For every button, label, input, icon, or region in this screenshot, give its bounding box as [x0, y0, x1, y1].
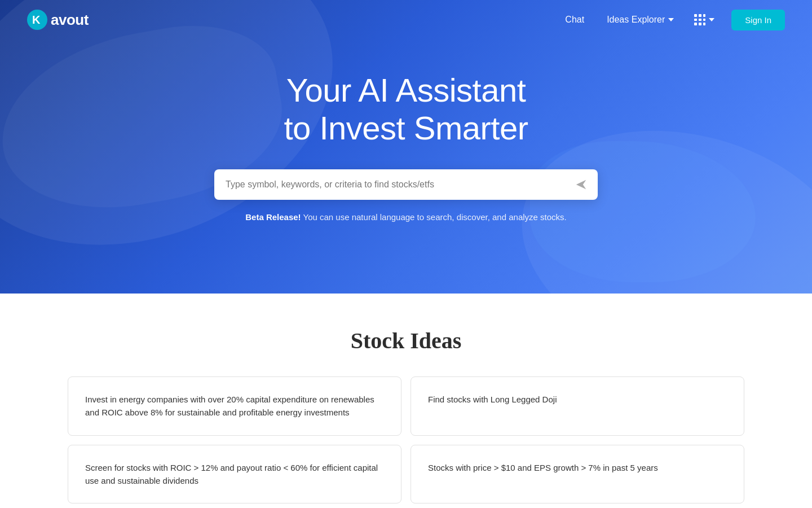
idea-card-2-text: Find stocks with Long Legged Doji [428, 393, 727, 406]
search-submit-button[interactable] [572, 175, 591, 194]
chevron-down-icon [668, 18, 674, 21]
ideas-grid: Invest in energy companies with over 20%… [68, 376, 744, 503]
stock-ideas-title: Stock Ideas [27, 327, 785, 354]
idea-card-2[interactable]: Find stocks with Long Legged Doji [411, 376, 744, 436]
nav-ideas-explorer-label: Ideas Explorer [607, 15, 665, 25]
stock-ideas-section: Stock Ideas Invest in energy companies w… [0, 294, 812, 508]
hero-title-line1: Your AI Assistant [214, 72, 598, 110]
logo[interactable]: K avout [27, 10, 89, 30]
nav-ideas-explorer-link[interactable]: Ideas Explorer [599, 10, 682, 29]
nav-links: Chat Ideas Explorer Sign In [557, 10, 785, 30]
sign-in-button[interactable]: Sign In [731, 10, 785, 30]
send-icon [575, 178, 588, 191]
svg-text:K: K [32, 14, 41, 26]
nav-chat-link[interactable]: Chat [557, 10, 592, 29]
logo-text: avout [51, 11, 89, 29]
search-bar [214, 169, 598, 200]
beta-bold: Beta Release! [245, 212, 301, 222]
beta-notice: Beta Release! You can use natural langua… [214, 212, 598, 222]
beta-text: You can use natural language to search, … [301, 212, 567, 222]
idea-card-4[interactable]: Stocks with price > $10 and EPS growth >… [411, 445, 744, 504]
idea-card-1-text: Invest in energy companies with over 20%… [85, 393, 384, 419]
grid-icon [694, 14, 705, 25]
hero-title: Your AI Assistant to Invest Smarter [214, 72, 598, 147]
hero-title-line2: to Invest Smarter [214, 110, 598, 147]
idea-card-1[interactable]: Invest in energy companies with over 20%… [68, 376, 401, 436]
hero-content: Your AI Assistant to Invest Smarter Beta… [203, 72, 609, 222]
idea-card-3[interactable]: Screen for stocks with ROIC > 12% and pa… [68, 445, 401, 504]
navbar: K avout Chat Ideas Explorer Sign In [0, 0, 812, 40]
hero-section: Your AI Assistant to Invest Smarter Beta… [0, 0, 812, 294]
search-input[interactable] [226, 172, 572, 198]
idea-card-3-text: Screen for stocks with ROIC > 12% and pa… [85, 461, 384, 488]
grid-chevron-icon [709, 18, 714, 21]
idea-card-4-text: Stocks with price > $10 and EPS growth >… [428, 461, 727, 474]
nav-grid-button[interactable] [689, 10, 720, 30]
logo-icon: K [27, 10, 47, 30]
